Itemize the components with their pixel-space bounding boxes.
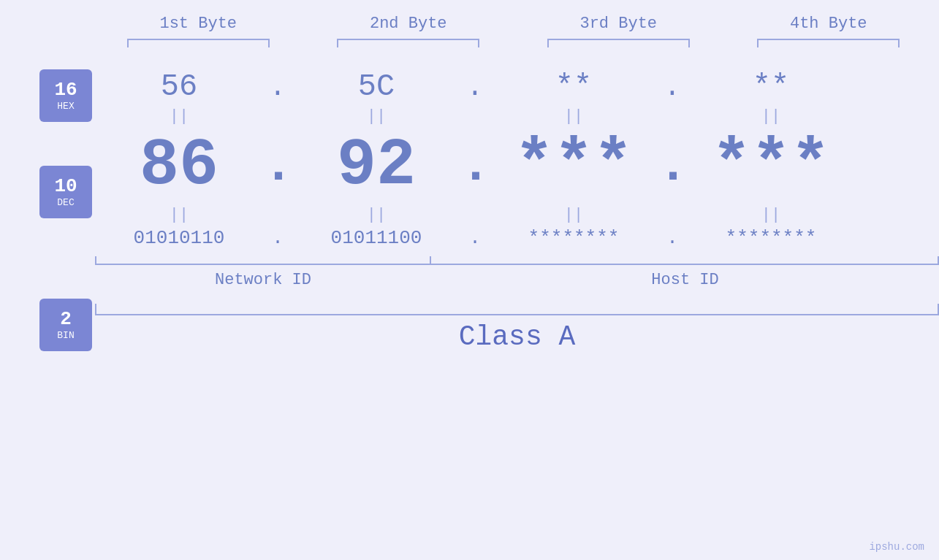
bin-dot2: . xyxy=(460,227,490,249)
hex-b1: 56 xyxy=(95,69,263,104)
dec-badge-num: 10 xyxy=(54,176,77,197)
byte2-label: 2nd Byte xyxy=(317,15,500,33)
equals-row-2: || || || || xyxy=(95,203,939,227)
eq1-b2: || xyxy=(292,107,460,126)
byte3-label: 3rd Byte xyxy=(527,15,710,33)
dec-dot1: . xyxy=(263,137,292,195)
hex-dot3: . xyxy=(658,72,687,103)
dec-b3: *** xyxy=(490,129,658,203)
bracket-labels: Network ID Host ID xyxy=(95,271,939,289)
big-bracket xyxy=(95,304,939,315)
bin-badge-label: BIN xyxy=(57,330,74,341)
hex-badge: 16 HEX xyxy=(39,69,92,122)
dec-badge: 10 DEC xyxy=(39,166,92,218)
dec-badge-label: DEC xyxy=(57,197,74,208)
main-container: 1st Byte 2nd Byte 3rd Byte 4th Byte 16 H… xyxy=(0,0,939,560)
bracket-byte1 xyxy=(127,39,270,47)
hex-b4: ** xyxy=(687,69,855,104)
watermark: ipshu.com xyxy=(869,541,924,553)
hex-dot2: . xyxy=(460,72,490,103)
bracket-byte3 xyxy=(547,39,690,47)
eq2-b1: || xyxy=(95,206,263,224)
bin-dot1: . xyxy=(263,227,292,249)
hex-row: 56 . 5C . ** . ** xyxy=(95,69,939,104)
eq1-b3: || xyxy=(490,107,658,126)
byte-headers: 1st Byte 2nd Byte 3rd Byte 4th Byte xyxy=(94,15,934,33)
eq1-b4: || xyxy=(687,107,855,126)
bracket-byte2 xyxy=(337,39,479,47)
bin-dot3: . xyxy=(658,227,687,249)
hex-badge-num: 16 xyxy=(54,80,77,101)
header-brackets xyxy=(94,39,934,47)
badges-column: 16 HEX 10 DEC 2 BIN xyxy=(0,69,95,351)
host-id-label: Host ID xyxy=(431,271,939,289)
dec-b1: 86 xyxy=(95,129,263,203)
dec-dot2: . xyxy=(460,137,490,195)
dec-row: 86 . 92 . *** . *** xyxy=(95,129,939,203)
byte4-label: 4th Byte xyxy=(737,15,920,33)
bin-b4: ******** xyxy=(687,227,855,249)
hex-badge-label: HEX xyxy=(57,101,74,112)
eq2-b4: || xyxy=(687,206,855,224)
hex-b3: ** xyxy=(490,69,658,104)
bin-badge: 2 BIN xyxy=(39,299,92,351)
bin-badge-num: 2 xyxy=(60,309,72,330)
lower-brackets xyxy=(95,256,939,265)
hex-b2: 5C xyxy=(292,69,460,104)
eq2-b2: || xyxy=(292,206,460,224)
network-id-label: Network ID xyxy=(95,271,431,289)
bottom-bracket-area: Network ID Host ID xyxy=(95,256,939,289)
bin-row: 01010110 . 01011100 . ******** . *******… xyxy=(95,227,939,249)
dec-dot3: . xyxy=(658,137,687,195)
dec-b4: *** xyxy=(687,129,855,203)
bracket-network xyxy=(95,256,431,265)
bin-b2: 01011100 xyxy=(292,227,460,249)
class-label: Class A xyxy=(95,321,939,353)
bracket-host xyxy=(430,256,939,265)
byte1-label: 1st Byte xyxy=(107,15,289,33)
equals-row-1: || || || || xyxy=(95,104,939,129)
rows-area: 56 . 5C . ** . ** || || || || 86 xyxy=(95,69,939,353)
eq2-b3: || xyxy=(490,206,658,224)
dec-b2: 92 xyxy=(292,129,460,203)
hex-dot1: . xyxy=(263,72,292,103)
bin-b1: 01010110 xyxy=(95,227,263,249)
bracket-byte4 xyxy=(757,39,900,47)
bin-b3: ******** xyxy=(490,227,658,249)
eq1-b1: || xyxy=(95,107,263,126)
